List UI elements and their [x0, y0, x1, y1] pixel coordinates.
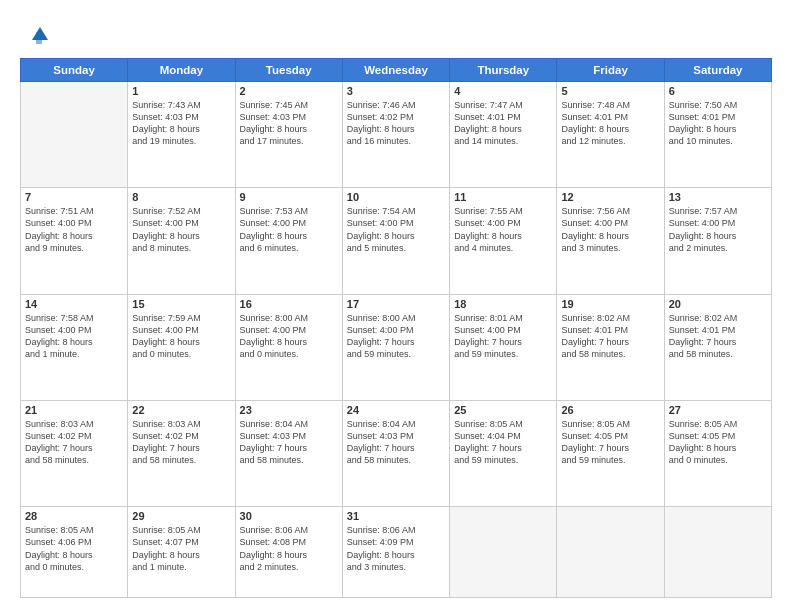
day-number: 7 [25, 191, 123, 203]
day-number: 13 [669, 191, 767, 203]
day-number: 9 [240, 191, 338, 203]
day-info: Sunrise: 7:58 AM Sunset: 4:00 PM Dayligh… [25, 312, 123, 361]
calendar-cell: 22Sunrise: 8:03 AM Sunset: 4:02 PM Dayli… [128, 400, 235, 506]
calendar-cell: 6Sunrise: 7:50 AM Sunset: 4:01 PM Daylig… [664, 82, 771, 188]
day-number: 4 [454, 85, 552, 97]
day-info: Sunrise: 8:05 AM Sunset: 4:05 PM Dayligh… [669, 418, 767, 467]
weekday-header-row: SundayMondayTuesdayWednesdayThursdayFrid… [21, 59, 772, 82]
day-info: Sunrise: 7:52 AM Sunset: 4:00 PM Dayligh… [132, 205, 230, 254]
calendar-cell: 18Sunrise: 8:01 AM Sunset: 4:00 PM Dayli… [450, 294, 557, 400]
day-info: Sunrise: 8:02 AM Sunset: 4:01 PM Dayligh… [561, 312, 659, 361]
day-info: Sunrise: 7:50 AM Sunset: 4:01 PM Dayligh… [669, 99, 767, 148]
day-number: 25 [454, 404, 552, 416]
day-info: Sunrise: 8:06 AM Sunset: 4:09 PM Dayligh… [347, 524, 445, 573]
calendar-cell: 24Sunrise: 8:04 AM Sunset: 4:03 PM Dayli… [342, 400, 449, 506]
logo [20, 22, 54, 52]
calendar-cell: 17Sunrise: 8:00 AM Sunset: 4:00 PM Dayli… [342, 294, 449, 400]
day-number: 18 [454, 298, 552, 310]
calendar-cell: 26Sunrise: 8:05 AM Sunset: 4:05 PM Dayli… [557, 400, 664, 506]
calendar-cell: 23Sunrise: 8:04 AM Sunset: 4:03 PM Dayli… [235, 400, 342, 506]
calendar-week-4: 28Sunrise: 8:05 AM Sunset: 4:06 PM Dayli… [21, 507, 772, 598]
day-info: Sunrise: 7:55 AM Sunset: 4:00 PM Dayligh… [454, 205, 552, 254]
day-info: Sunrise: 7:57 AM Sunset: 4:00 PM Dayligh… [669, 205, 767, 254]
day-number: 22 [132, 404, 230, 416]
day-number: 23 [240, 404, 338, 416]
day-info: Sunrise: 8:05 AM Sunset: 4:04 PM Dayligh… [454, 418, 552, 467]
day-info: Sunrise: 8:00 AM Sunset: 4:00 PM Dayligh… [240, 312, 338, 361]
calendar-cell [450, 507, 557, 598]
calendar-cell: 14Sunrise: 7:58 AM Sunset: 4:00 PM Dayli… [21, 294, 128, 400]
day-number: 17 [347, 298, 445, 310]
calendar-cell: 11Sunrise: 7:55 AM Sunset: 4:00 PM Dayli… [450, 188, 557, 294]
calendar-week-0: 1Sunrise: 7:43 AM Sunset: 4:03 PM Daylig… [21, 82, 772, 188]
calendar-cell: 29Sunrise: 8:05 AM Sunset: 4:07 PM Dayli… [128, 507, 235, 598]
logo-icon [20, 22, 50, 52]
day-info: Sunrise: 7:45 AM Sunset: 4:03 PM Dayligh… [240, 99, 338, 148]
calendar-cell: 8Sunrise: 7:52 AM Sunset: 4:00 PM Daylig… [128, 188, 235, 294]
day-number: 15 [132, 298, 230, 310]
day-number: 2 [240, 85, 338, 97]
header [20, 18, 772, 52]
calendar-week-2: 14Sunrise: 7:58 AM Sunset: 4:00 PM Dayli… [21, 294, 772, 400]
day-info: Sunrise: 8:04 AM Sunset: 4:03 PM Dayligh… [240, 418, 338, 467]
day-info: Sunrise: 8:00 AM Sunset: 4:00 PM Dayligh… [347, 312, 445, 361]
day-info: Sunrise: 7:43 AM Sunset: 4:03 PM Dayligh… [132, 99, 230, 148]
day-info: Sunrise: 8:04 AM Sunset: 4:03 PM Dayligh… [347, 418, 445, 467]
day-number: 11 [454, 191, 552, 203]
page: SundayMondayTuesdayWednesdayThursdayFrid… [0, 0, 792, 612]
calendar-cell [664, 507, 771, 598]
day-info: Sunrise: 8:03 AM Sunset: 4:02 PM Dayligh… [25, 418, 123, 467]
svg-marker-1 [36, 32, 42, 44]
weekday-header-monday: Monday [128, 59, 235, 82]
day-number: 21 [25, 404, 123, 416]
day-number: 26 [561, 404, 659, 416]
day-number: 10 [347, 191, 445, 203]
calendar-cell: 3Sunrise: 7:46 AM Sunset: 4:02 PM Daylig… [342, 82, 449, 188]
calendar-cell: 28Sunrise: 8:05 AM Sunset: 4:06 PM Dayli… [21, 507, 128, 598]
day-number: 28 [25, 510, 123, 522]
calendar-cell: 13Sunrise: 7:57 AM Sunset: 4:00 PM Dayli… [664, 188, 771, 294]
calendar-cell: 10Sunrise: 7:54 AM Sunset: 4:00 PM Dayli… [342, 188, 449, 294]
calendar-cell: 15Sunrise: 7:59 AM Sunset: 4:00 PM Dayli… [128, 294, 235, 400]
day-number: 20 [669, 298, 767, 310]
day-number: 31 [347, 510, 445, 522]
calendar-cell: 31Sunrise: 8:06 AM Sunset: 4:09 PM Dayli… [342, 507, 449, 598]
day-number: 14 [25, 298, 123, 310]
day-info: Sunrise: 8:05 AM Sunset: 4:07 PM Dayligh… [132, 524, 230, 573]
day-info: Sunrise: 8:03 AM Sunset: 4:02 PM Dayligh… [132, 418, 230, 467]
day-number: 16 [240, 298, 338, 310]
calendar-cell: 5Sunrise: 7:48 AM Sunset: 4:01 PM Daylig… [557, 82, 664, 188]
weekday-header-tuesday: Tuesday [235, 59, 342, 82]
day-number: 1 [132, 85, 230, 97]
day-info: Sunrise: 7:53 AM Sunset: 4:00 PM Dayligh… [240, 205, 338, 254]
calendar-cell: 7Sunrise: 7:51 AM Sunset: 4:00 PM Daylig… [21, 188, 128, 294]
calendar-week-3: 21Sunrise: 8:03 AM Sunset: 4:02 PM Dayli… [21, 400, 772, 506]
calendar-cell [557, 507, 664, 598]
day-number: 24 [347, 404, 445, 416]
calendar-cell: 21Sunrise: 8:03 AM Sunset: 4:02 PM Dayli… [21, 400, 128, 506]
calendar-cell: 19Sunrise: 8:02 AM Sunset: 4:01 PM Dayli… [557, 294, 664, 400]
day-info: Sunrise: 8:05 AM Sunset: 4:05 PM Dayligh… [561, 418, 659, 467]
day-info: Sunrise: 7:47 AM Sunset: 4:01 PM Dayligh… [454, 99, 552, 148]
calendar-cell: 1Sunrise: 7:43 AM Sunset: 4:03 PM Daylig… [128, 82, 235, 188]
day-info: Sunrise: 7:54 AM Sunset: 4:00 PM Dayligh… [347, 205, 445, 254]
day-number: 30 [240, 510, 338, 522]
day-info: Sunrise: 7:46 AM Sunset: 4:02 PM Dayligh… [347, 99, 445, 148]
weekday-header-thursday: Thursday [450, 59, 557, 82]
day-info: Sunrise: 7:48 AM Sunset: 4:01 PM Dayligh… [561, 99, 659, 148]
calendar-cell: 16Sunrise: 8:00 AM Sunset: 4:00 PM Dayli… [235, 294, 342, 400]
day-number: 3 [347, 85, 445, 97]
calendar-cell: 27Sunrise: 8:05 AM Sunset: 4:05 PM Dayli… [664, 400, 771, 506]
calendar-cell: 2Sunrise: 7:45 AM Sunset: 4:03 PM Daylig… [235, 82, 342, 188]
calendar-cell: 4Sunrise: 7:47 AM Sunset: 4:01 PM Daylig… [450, 82, 557, 188]
calendar-table: SundayMondayTuesdayWednesdayThursdayFrid… [20, 58, 772, 598]
calendar-cell: 9Sunrise: 7:53 AM Sunset: 4:00 PM Daylig… [235, 188, 342, 294]
day-info: Sunrise: 8:02 AM Sunset: 4:01 PM Dayligh… [669, 312, 767, 361]
weekday-header-wednesday: Wednesday [342, 59, 449, 82]
day-number: 27 [669, 404, 767, 416]
weekday-header-friday: Friday [557, 59, 664, 82]
day-number: 29 [132, 510, 230, 522]
day-number: 12 [561, 191, 659, 203]
day-info: Sunrise: 8:01 AM Sunset: 4:00 PM Dayligh… [454, 312, 552, 361]
calendar-week-1: 7Sunrise: 7:51 AM Sunset: 4:00 PM Daylig… [21, 188, 772, 294]
